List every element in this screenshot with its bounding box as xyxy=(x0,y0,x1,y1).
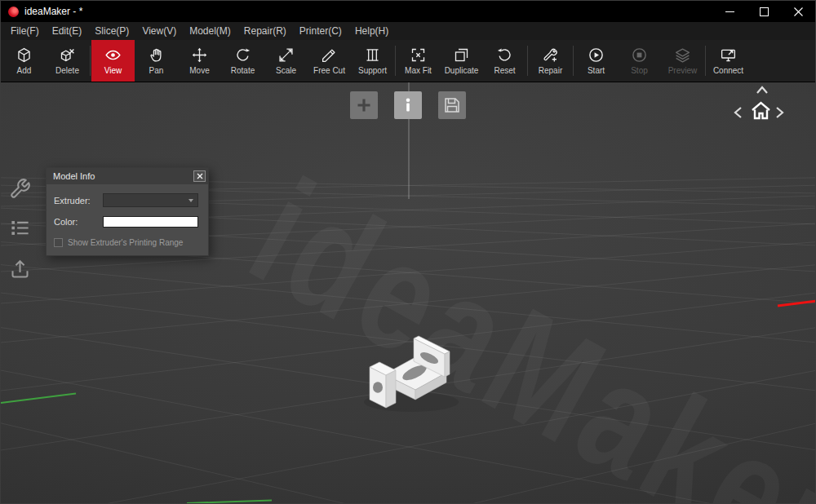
toolbar-button-label: Rotate xyxy=(231,66,255,75)
toolbar-freecut-button[interactable]: Free Cut xyxy=(308,40,351,82)
floor-watermark: ideaMaker xyxy=(226,147,815,503)
toolbar-add-button[interactable]: Add xyxy=(2,40,46,82)
extruder-label: Extruder: xyxy=(54,196,103,206)
menu-view[interactable]: View(V) xyxy=(135,24,183,38)
toolbar-view-button[interactable]: View xyxy=(91,40,135,82)
toolbar-preview-button: Preview xyxy=(661,40,704,82)
delete-cube-icon xyxy=(59,46,76,64)
plus-icon xyxy=(355,96,373,114)
show-range-label: Show Extruder's Printing Range xyxy=(68,238,183,247)
toolbar-button-label: Repair xyxy=(539,66,562,75)
close-icon xyxy=(794,7,803,16)
toolbar-button-label: Scale xyxy=(276,66,296,75)
chevron-right-icon xyxy=(774,106,786,119)
export-button[interactable] xyxy=(9,258,31,280)
minimize-icon xyxy=(725,7,734,16)
maximize-icon xyxy=(760,7,769,16)
wrench-icon xyxy=(9,178,31,200)
menu-repair[interactable]: Repair(R) xyxy=(237,24,293,38)
add-cube-icon xyxy=(16,46,33,64)
window-title: ideaMaker - * xyxy=(24,6,82,17)
toolbar-delete-button[interactable]: Delete xyxy=(46,40,89,82)
menu-slice[interactable]: Slice(P) xyxy=(88,24,135,38)
menu-printer[interactable]: Printer(C) xyxy=(293,24,348,38)
extruder-select[interactable] xyxy=(103,193,198,207)
connect-monitor-icon xyxy=(720,46,737,64)
menu-edit[interactable]: Edit(E) xyxy=(46,24,89,38)
view-right-button[interactable] xyxy=(774,106,786,119)
close-icon xyxy=(197,173,203,179)
show-range-checkbox[interactable] xyxy=(54,238,63,247)
preview-layers-icon xyxy=(674,46,691,64)
toolbar-separator xyxy=(395,46,396,76)
model-info-button[interactable] xyxy=(394,91,422,119)
round-hole xyxy=(373,382,383,393)
knife-icon xyxy=(321,46,338,64)
save-button[interactable] xyxy=(438,91,466,119)
menu-model[interactable]: Model(M) xyxy=(183,24,237,38)
toolbar-maxfit-button[interactable]: Max Fit xyxy=(397,40,440,82)
toolbar-start-button[interactable]: Start xyxy=(574,40,618,82)
eye-icon xyxy=(104,46,122,64)
toolbar-reset-button[interactable]: Reset xyxy=(483,40,526,82)
max-fit-icon xyxy=(410,46,427,64)
menu-file[interactable]: File(F) xyxy=(4,24,46,38)
view-up-button[interactable] xyxy=(756,84,769,95)
close-button[interactable] xyxy=(781,1,815,22)
add-model-button[interactable] xyxy=(350,91,378,119)
chevron-left-icon xyxy=(732,106,743,119)
save-floppy-icon xyxy=(443,96,461,114)
move-arrows-icon xyxy=(191,46,208,64)
repair-wrench-icon xyxy=(542,46,559,64)
panel-close-button[interactable] xyxy=(193,170,206,182)
toolbar-move-button[interactable]: Move xyxy=(178,40,221,82)
start-play-icon xyxy=(588,46,605,64)
adjust-tool-button[interactable] xyxy=(9,178,31,200)
toolbar-button-label: View xyxy=(104,66,122,75)
toolbar-button-label: Connect xyxy=(713,66,743,75)
app-logo-icon xyxy=(8,7,19,17)
reset-arrow-icon xyxy=(496,46,513,64)
toolbar-support-button[interactable]: Support xyxy=(351,40,394,82)
toolbar-separator xyxy=(527,46,528,76)
toolbar-button-label: Move xyxy=(189,66,209,75)
hand-icon xyxy=(148,46,165,64)
stop-icon xyxy=(631,46,648,64)
toolbar-button-label: Preview xyxy=(668,66,698,75)
home-view-button[interactable] xyxy=(751,101,771,120)
color-swatch[interactable] xyxy=(103,216,198,228)
model-list-button[interactable] xyxy=(9,217,31,239)
minimize-button[interactable] xyxy=(712,1,747,22)
toolbar-repair-button[interactable]: Repair xyxy=(529,40,572,82)
scale-icon xyxy=(277,46,295,64)
toolbar-separator xyxy=(705,46,706,76)
support-scaffold-icon xyxy=(364,46,381,64)
chevron-up-icon xyxy=(756,84,769,95)
toolbar-separator xyxy=(573,46,574,76)
color-label: Color: xyxy=(54,217,103,227)
panel-body: Extruder: Color: Show Extruder's Printin… xyxy=(47,184,208,255)
toolbar-scale-button[interactable]: Scale xyxy=(264,40,308,82)
panel-header[interactable]: Model Info xyxy=(47,168,208,184)
toolbar-stop-button: Stop xyxy=(618,40,661,82)
model-info-panel: Model Info Extruder: Color: xyxy=(46,167,209,256)
info-icon xyxy=(399,96,417,114)
titlebar: ideaMaker - * xyxy=(1,1,815,22)
viewport-canvas[interactable]: ideaMaker xyxy=(1,82,815,503)
toolbar-duplicate-button[interactable]: Duplicate xyxy=(440,40,483,82)
toolbar-rotate-button[interactable]: Rotate xyxy=(221,40,264,82)
maximize-button[interactable] xyxy=(747,1,781,22)
toolbar-button-label: Stop xyxy=(631,66,648,75)
toolbar-button-label: Support xyxy=(358,66,387,75)
toolbar-button-label: Reset xyxy=(494,66,515,75)
y-axis-green-line xyxy=(187,501,272,504)
toolbar-connect-button[interactable]: Connect xyxy=(707,40,750,82)
toolbar-button-label: Add xyxy=(17,66,32,75)
toolbar-button-label: Free Cut xyxy=(313,66,345,75)
panel-title: Model Info xyxy=(53,171,95,181)
viewport-quick-toolbar xyxy=(350,91,466,119)
toolbar-button-label: Delete xyxy=(55,66,79,75)
toolbar-pan-button[interactable]: Pan xyxy=(135,40,178,82)
view-left-button[interactable] xyxy=(732,106,743,119)
menu-help[interactable]: Help(H) xyxy=(348,24,395,38)
